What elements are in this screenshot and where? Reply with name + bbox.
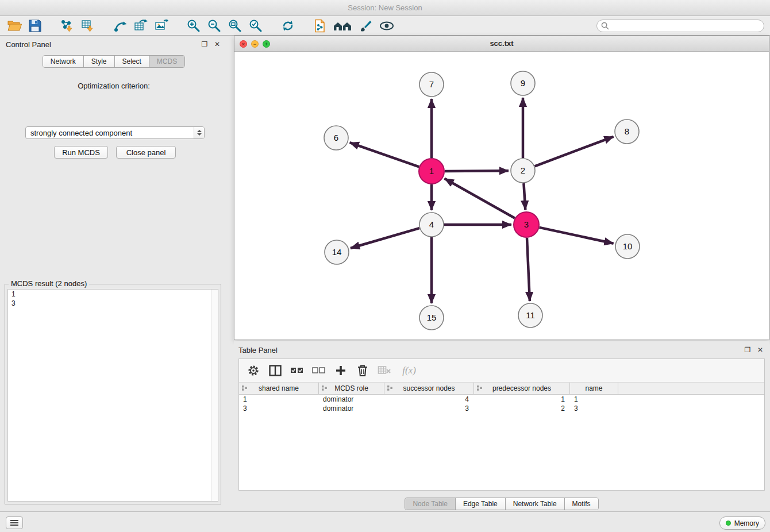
deselect-all-icon[interactable] bbox=[310, 362, 328, 379]
table-cell[interactable]: dominator bbox=[319, 404, 384, 413]
mcds-result-item[interactable]: 1 bbox=[8, 290, 218, 299]
graph-node-6[interactable]: 6 bbox=[324, 126, 348, 150]
edge-3-10[interactable] bbox=[540, 228, 614, 244]
tab-style[interactable]: Style bbox=[84, 56, 115, 67]
task-history-icon[interactable] bbox=[6, 516, 23, 529]
tab-network[interactable]: Network bbox=[43, 56, 84, 67]
zoom-in-icon[interactable] bbox=[185, 17, 202, 34]
column-header-successor-nodes[interactable]: successor nodes bbox=[384, 383, 474, 394]
edge-1-6[interactable] bbox=[350, 142, 419, 167]
import-network-icon[interactable] bbox=[59, 17, 76, 34]
edge-2-8[interactable] bbox=[535, 137, 614, 166]
apply-style-icon[interactable] bbox=[357, 17, 375, 34]
table-arrow-icon[interactable] bbox=[132, 17, 149, 34]
edge-3-1[interactable] bbox=[445, 179, 515, 218]
search-input[interactable] bbox=[611, 21, 760, 30]
graph-node-3[interactable]: 3 bbox=[514, 212, 539, 237]
optimization-criterion-value: strongly connected component bbox=[26, 129, 194, 137]
zoom-window-icon[interactable]: + bbox=[263, 40, 270, 48]
table-cell[interactable]: 1 bbox=[474, 395, 570, 404]
svg-text:4: 4 bbox=[429, 219, 434, 229]
graph-node-2[interactable]: 2 bbox=[511, 159, 535, 183]
table-cell[interactable]: 2 bbox=[474, 404, 570, 413]
table-cell[interactable]: 3 bbox=[570, 404, 618, 413]
tab-motifs[interactable]: Motifs bbox=[565, 498, 598, 510]
network-window-titlebar[interactable]: × − + scc.txt bbox=[234, 36, 769, 52]
graph-node-10[interactable]: 10 bbox=[615, 234, 640, 259]
table-cell[interactable]: 3 bbox=[239, 404, 319, 413]
close-window-icon[interactable]: × bbox=[240, 40, 247, 48]
table-cell[interactable]: 1 bbox=[570, 395, 618, 404]
column-header-shared-name[interactable]: shared name bbox=[239, 383, 319, 394]
table-cell[interactable]: 3 bbox=[384, 404, 474, 413]
network-view-window: × − + scc.txt 7968124314101511 bbox=[234, 36, 769, 340]
import-table-icon[interactable] bbox=[79, 17, 97, 34]
graph-node-8[interactable]: 8 bbox=[615, 119, 639, 144]
search-icon bbox=[601, 22, 609, 30]
float-table-panel-icon[interactable]: ❐ bbox=[743, 346, 752, 354]
first-neighbors-icon[interactable] bbox=[332, 17, 354, 34]
select-all-icon[interactable] bbox=[288, 362, 306, 379]
network-arrow-icon[interactable] bbox=[111, 17, 129, 34]
tab-select[interactable]: Select bbox=[115, 56, 149, 67]
graph-node-11[interactable]: 11 bbox=[518, 303, 542, 327]
table-cell[interactable]: 1 bbox=[239, 395, 319, 404]
tab-node-table[interactable]: Node Table bbox=[405, 498, 456, 510]
run-mcds-button[interactable]: Run MCDS bbox=[54, 146, 108, 159]
column-sort-icon bbox=[387, 385, 393, 391]
show-hide-eye-icon[interactable] bbox=[378, 17, 395, 34]
edge-3-11[interactable] bbox=[527, 238, 530, 301]
control-panel-tabbar: Network Style Select MCDS bbox=[43, 55, 185, 68]
graph-node-7[interactable]: 7 bbox=[419, 72, 444, 97]
graph-node-14[interactable]: 14 bbox=[325, 240, 349, 264]
svg-text:8: 8 bbox=[625, 126, 629, 136]
optimization-criterion-select[interactable]: strongly connected component bbox=[25, 126, 205, 139]
result-scrollbar[interactable] bbox=[211, 290, 218, 501]
close-panel-button[interactable]: Close panel bbox=[116, 146, 176, 159]
column-header-predecessor-nodes[interactable]: predecessor nodes bbox=[474, 383, 570, 394]
zoom-fit-icon[interactable] bbox=[226, 17, 244, 34]
network-file-icon[interactable] bbox=[311, 17, 329, 34]
show-columns-icon[interactable] bbox=[267, 362, 284, 379]
table-cell[interactable]: 4 bbox=[384, 395, 474, 404]
column-sort-icon bbox=[241, 385, 248, 391]
minimize-window-icon[interactable]: − bbox=[251, 40, 259, 48]
close-table-panel-icon[interactable]: ✕ bbox=[756, 346, 765, 354]
close-panel-icon[interactable]: ✕ bbox=[213, 40, 222, 48]
table-row[interactable]: 3dominator323 bbox=[239, 404, 764, 413]
tab-network-table[interactable]: Network Table bbox=[506, 498, 565, 510]
graph-node-4[interactable]: 4 bbox=[419, 213, 444, 237]
mcds-result-list[interactable]: 1 3 bbox=[7, 289, 218, 502]
table-row[interactable]: 1dominator411 bbox=[239, 395, 764, 404]
tab-mcds[interactable]: MCDS bbox=[149, 56, 184, 67]
network-graph[interactable]: 7968124314101511 bbox=[234, 52, 769, 340]
save-session-icon[interactable] bbox=[26, 17, 44, 34]
column-header-mcds-role[interactable]: MCDS role bbox=[319, 383, 384, 394]
image-export-icon[interactable] bbox=[153, 17, 170, 34]
zoom-selected-icon[interactable] bbox=[247, 17, 264, 34]
search-field[interactable] bbox=[596, 20, 764, 32]
edge-1-2[interactable] bbox=[445, 171, 509, 171]
open-session-icon[interactable] bbox=[6, 17, 23, 34]
float-panel-icon[interactable]: ❐ bbox=[200, 40, 209, 48]
add-column-icon[interactable] bbox=[332, 362, 349, 379]
tab-edge-table[interactable]: Edge Table bbox=[456, 498, 506, 510]
graph-node-9[interactable]: 9 bbox=[511, 71, 535, 95]
svg-text:6: 6 bbox=[334, 133, 338, 142]
refresh-icon[interactable] bbox=[279, 17, 297, 34]
mcds-result-item[interactable]: 3 bbox=[8, 299, 218, 308]
column-header-name[interactable]: name bbox=[570, 383, 618, 394]
table-settings-gear-icon[interactable] bbox=[245, 362, 262, 379]
graph-node-15[interactable]: 15 bbox=[419, 306, 444, 330]
network-canvas[interactable]: 7968124314101511 bbox=[234, 52, 769, 340]
graph-node-1[interactable]: 1 bbox=[419, 159, 444, 184]
delete-column-trash-icon[interactable] bbox=[354, 362, 371, 379]
edge-4-14[interactable] bbox=[351, 228, 419, 248]
edge-2-3[interactable] bbox=[523, 183, 525, 210]
window-titlebar[interactable]: Session: New Session bbox=[0, 0, 770, 16]
function-builder-icon-disabled: f(x) bbox=[398, 362, 421, 379]
memory-button[interactable]: Memory bbox=[719, 516, 765, 530]
zoom-out-icon[interactable] bbox=[206, 17, 223, 34]
window-title: Session: New Session bbox=[348, 3, 422, 12]
table-cell[interactable]: dominator bbox=[319, 395, 384, 404]
